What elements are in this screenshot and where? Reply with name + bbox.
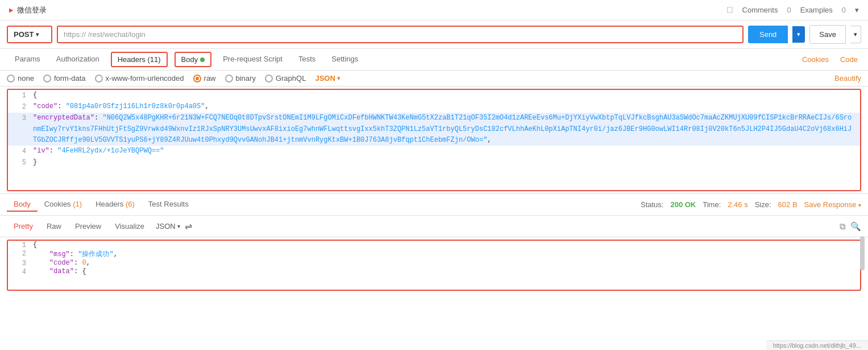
save-button[interactable]: Save <box>809 25 846 44</box>
body-active-dot <box>200 57 205 62</box>
tab-tests[interactable]: Tests <box>290 49 323 70</box>
copy-icon[interactable]: ⧉ <box>840 221 846 232</box>
body-options-row: none form-data x-www-form-urlencoded raw… <box>0 71 868 87</box>
option-form-data[interactable]: form-data <box>43 74 86 83</box>
method-dropdown-icon[interactable]: ▾ <box>36 31 39 38</box>
size-label: Size: <box>755 200 771 209</box>
option-binary[interactable]: binary <box>225 74 256 83</box>
resp-tab-headers[interactable]: Headers (6) <box>89 197 142 212</box>
method-selector[interactable]: POST ▾ <box>7 26 52 43</box>
top-bar-left: ▶ 微信登录 <box>9 5 47 15</box>
top-bar: ▶ 微信登录 ☐ Comments 0 Examples 0 ▾ <box>0 0 868 20</box>
expand-icon[interactable]: ▶ <box>9 7 14 13</box>
tab-authorization[interactable]: Authorization <box>48 49 107 70</box>
view-tab-raw[interactable]: Raw <box>40 219 68 233</box>
tab-headers[interactable]: Headers (11) <box>111 52 168 67</box>
examples-dropdown-icon[interactable]: ▾ <box>855 6 859 14</box>
url-text: https:// /rest/wechat/login <box>64 30 146 39</box>
cookies-link[interactable]: Cookies <box>799 50 832 69</box>
tab-prerequest[interactable]: Pre-request Script <box>215 49 290 70</box>
top-bar-right: ☐ Comments 0 Examples 0 ▾ <box>726 6 859 14</box>
time-label: Time: <box>703 200 721 209</box>
response-tabs: Body Cookies (1) Headers (6) Test Result… <box>7 197 196 212</box>
save-response-dropdown-icon[interactable]: ▾ <box>858 202 861 208</box>
radio-raw[interactable] <box>193 75 201 83</box>
url-bar: POST ▾ https:// /rest/wechat/login Send … <box>0 20 868 49</box>
comments-count: 0 <box>787 6 791 14</box>
size-value: 602 B <box>778 200 798 209</box>
option-urlencoded[interactable]: x-www-form-urlencoded <box>95 74 184 83</box>
req-line-2: 2 "code": "081p4a0r0Sfzj116Lh1r0z8k0r0p4… <box>8 101 860 113</box>
view-tab-pretty[interactable]: Pretty <box>7 219 40 233</box>
tab-body[interactable]: Body <box>175 52 212 67</box>
time-value: 2.46 s <box>728 200 747 209</box>
option-none[interactable]: none <box>7 74 34 83</box>
url-input[interactable]: https:// /rest/wechat/login <box>57 26 744 43</box>
resp-line-3: 3 "code": 0, <box>8 259 860 267</box>
examples-label[interactable]: Examples <box>800 6 833 14</box>
examples-count: 0 <box>842 6 846 14</box>
tabs-right: Cookies Code <box>799 50 861 69</box>
code-link[interactable]: Code <box>837 50 861 69</box>
radio-form-data[interactable] <box>43 75 51 83</box>
status-value: 200 OK <box>670 200 696 209</box>
resp-tab-body[interactable]: Body <box>7 197 38 212</box>
radio-binary[interactable] <box>225 75 233 83</box>
radio-urlencoded[interactable] <box>95 75 103 83</box>
response-icons: ⧉ 🔍 <box>840 221 861 232</box>
page-title: 微信登录 <box>17 5 47 15</box>
comments-label[interactable]: Comments <box>742 6 778 14</box>
save-dropdown-button[interactable]: ▾ <box>850 26 861 43</box>
radio-graphql[interactable] <box>265 75 273 83</box>
status-right: Status: 200 OK Time: 2.46 s Size: 602 B … <box>641 200 861 209</box>
status-label: Status: <box>641 200 663 209</box>
req-line-4: 4 "iv": "4FeHRL2ydx/+1oJeYBQPWQ==" <box>8 146 860 157</box>
send-button[interactable]: Send <box>748 26 788 43</box>
radio-none[interactable] <box>7 75 15 83</box>
save-response-button[interactable]: Save Response ▾ <box>804 200 861 209</box>
view-tab-visualize[interactable]: Visualize <box>108 219 151 233</box>
resp-tab-cookies[interactable]: Cookies (1) <box>38 197 89 212</box>
wrap-icon[interactable]: ⇌ <box>185 221 192 232</box>
send-dropdown-button[interactable]: ▾ <box>792 26 805 43</box>
req-line-1: 1 { <box>8 90 860 101</box>
req-line-3: 3 "encryptedData": "N06Q2W5x48PgKHR+6r21… <box>8 113 860 146</box>
option-raw[interactable]: raw <box>193 74 216 83</box>
resp-format-dropdown-icon[interactable]: ▾ <box>177 223 180 229</box>
option-graphql[interactable]: GraphQL <box>265 74 306 83</box>
resp-line-2: 2 "msg": "操作成功", <box>8 249 860 259</box>
json-format-select[interactable]: JSON ▾ <box>315 74 339 83</box>
search-icon[interactable]: 🔍 <box>850 221 861 232</box>
request-code-area[interactable]: 1 { 2 "code": "081p4a0r0Sfzj116Lh1r0z8k0… <box>7 89 861 191</box>
response-bar: Body Cookies (1) Headers (6) Test Result… <box>0 193 868 216</box>
json-dropdown-icon[interactable]: ▾ <box>337 75 340 81</box>
tab-body-label: Body <box>181 55 198 64</box>
response-format-select[interactable]: JSON ▾ <box>156 222 180 230</box>
method-label: POST <box>14 30 34 39</box>
tab-settings[interactable]: Settings <box>323 49 366 70</box>
tabs-row: Params Authorization Headers (11) Body P… <box>0 49 868 71</box>
tab-params[interactable]: Params <box>7 49 48 70</box>
view-tab-preview[interactable]: Preview <box>68 219 108 233</box>
comments-icon: ☐ <box>726 6 733 14</box>
resp-line-4: 4 "data": { <box>8 267 860 276</box>
response-code-area[interactable]: 1 { 2 "msg": "操作成功", 3 "code": 0, 4 "dat… <box>7 240 861 291</box>
response-view-row: Pretty Raw Preview Visualize JSON ▾ ⇌ ⧉ … <box>0 216 868 237</box>
resp-tab-test-results[interactable]: Test Results <box>142 197 196 212</box>
beautify-button[interactable]: Beautify <box>834 74 861 83</box>
resp-line-1: 1 { <box>8 241 860 249</box>
req-line-5: 5 } <box>8 157 860 168</box>
